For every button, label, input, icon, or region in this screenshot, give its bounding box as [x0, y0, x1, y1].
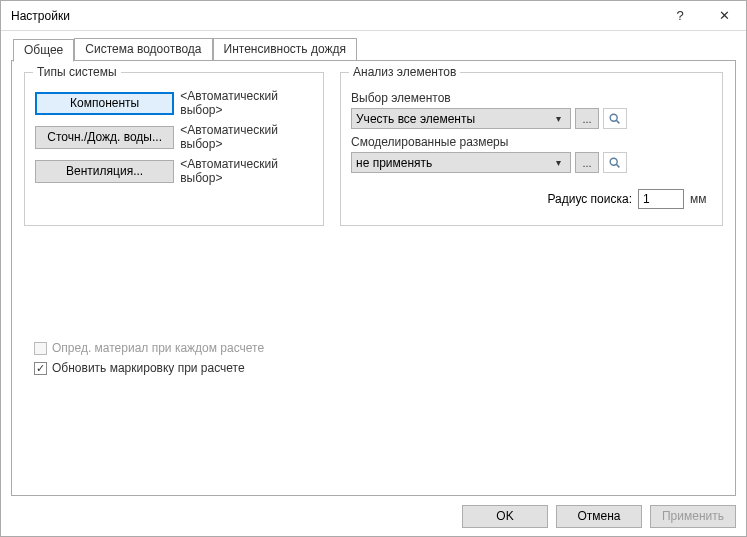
checkmark-icon: ✓ [36, 363, 45, 374]
cancel-button[interactable]: Отмена [556, 505, 642, 528]
ok-button[interactable]: OK [462, 505, 548, 528]
tab-general-label: Общее [24, 43, 63, 57]
sizes-label: Смоделированные размеры [351, 135, 712, 149]
client-area: Общее Система водоотвода Интенсивность д… [1, 31, 746, 502]
check-material-box [34, 342, 47, 355]
selection-row: Учесть все элементы ▾ ... [351, 108, 712, 129]
tab-general[interactable]: Общее [13, 39, 74, 62]
sizes-search-button[interactable] [603, 152, 627, 173]
check-material-label: Опред. материал при каждом расчете [52, 341, 264, 355]
sizes-combo-text: не применять [356, 156, 550, 170]
radius-unit: мм [690, 192, 712, 206]
group-system-types: Типы системы Компоненты <Автоматический … [24, 72, 324, 226]
check-marking-label: Обновить маркировку при расчете [52, 361, 245, 375]
checks-area: Опред. материал при каждом расчете ✓ Обн… [34, 335, 264, 375]
help-button[interactable]: ? [658, 1, 702, 31]
close-button[interactable]: ✕ [702, 1, 746, 31]
row-vent: Вентиляция... <Автоматический выбор> [35, 157, 313, 185]
tab-drainage[interactable]: Система водоотвода [74, 38, 212, 61]
tabpage-general: Типы системы Компоненты <Автоматический … [11, 60, 736, 496]
magnifier-icon [608, 112, 622, 126]
apply-button-label: Применить [662, 509, 724, 523]
svg-point-0 [610, 114, 617, 121]
tab-intensity[interactable]: Интенсивность дождя [213, 38, 357, 61]
help-icon: ? [676, 8, 683, 23]
vent-button-label: Вентиляция... [66, 164, 143, 178]
selection-combo-text: Учесть все элементы [356, 112, 550, 126]
selection-combo[interactable]: Учесть все элементы ▾ [351, 108, 571, 129]
sizes-more-button[interactable]: ... [575, 152, 599, 173]
svg-line-3 [616, 164, 619, 167]
titlebar: Настройки ? ✕ [1, 1, 746, 31]
components-button-label: Компоненты [70, 96, 139, 110]
button-bar: OK Отмена Применить [1, 502, 746, 536]
components-desc: <Автоматический выбор> [180, 89, 313, 117]
radius-row: Радиус поиска: мм [351, 189, 712, 209]
tabstrip-filler [357, 39, 736, 61]
tabstrip: Общее Система водоотвода Интенсивность д… [11, 39, 736, 61]
svg-line-1 [616, 120, 619, 123]
tab-intensity-label: Интенсивность дождя [224, 42, 346, 56]
settings-dialog: Настройки ? ✕ Общее Система водоотвода И… [0, 0, 747, 537]
group-analysis: Анализ элементов Выбор элементов Учесть … [340, 72, 723, 226]
group-analysis-legend: Анализ элементов [349, 65, 460, 79]
components-button[interactable]: Компоненты [35, 92, 174, 115]
ellipsis-icon: ... [582, 157, 591, 169]
cancel-button-label: Отмена [577, 509, 620, 523]
top-row: Типы системы Компоненты <Автоматический … [24, 72, 723, 226]
apply-button[interactable]: Применить [650, 505, 736, 528]
ellipsis-icon: ... [582, 113, 591, 125]
row-components: Компоненты <Автоматический выбор> [35, 89, 313, 117]
check-marking-box[interactable]: ✓ [34, 362, 47, 375]
vent-desc: <Автоматический выбор> [180, 157, 313, 185]
tab-drainage-label: Система водоотвода [85, 42, 201, 56]
sizes-row: не применять ▾ ... [351, 152, 712, 173]
selection-more-button[interactable]: ... [575, 108, 599, 129]
check-marking-row[interactable]: ✓ Обновить маркировку при расчете [34, 361, 264, 375]
sizes-combo[interactable]: не применять ▾ [351, 152, 571, 173]
close-icon: ✕ [719, 8, 730, 23]
row-waste: Сточн./Дожд. воды... <Автоматический выб… [35, 123, 313, 151]
waste-desc: <Автоматический выбор> [180, 123, 313, 151]
selection-label: Выбор элементов [351, 91, 712, 105]
chevron-down-icon: ▾ [550, 113, 566, 124]
waste-button-label: Сточн./Дожд. воды... [47, 130, 162, 144]
radius-label: Радиус поиска: [547, 192, 632, 206]
check-material-row: Опред. материал при каждом расчете [34, 341, 264, 355]
chevron-down-icon: ▾ [550, 157, 566, 168]
ok-button-label: OK [496, 509, 513, 523]
group-system-types-legend: Типы системы [33, 65, 121, 79]
window-title: Настройки [11, 9, 658, 23]
magnifier-icon [608, 156, 622, 170]
svg-point-2 [610, 158, 617, 165]
waste-button[interactable]: Сточн./Дожд. воды... [35, 126, 174, 149]
selection-search-button[interactable] [603, 108, 627, 129]
radius-input[interactable] [638, 189, 684, 209]
vent-button[interactable]: Вентиляция... [35, 160, 174, 183]
